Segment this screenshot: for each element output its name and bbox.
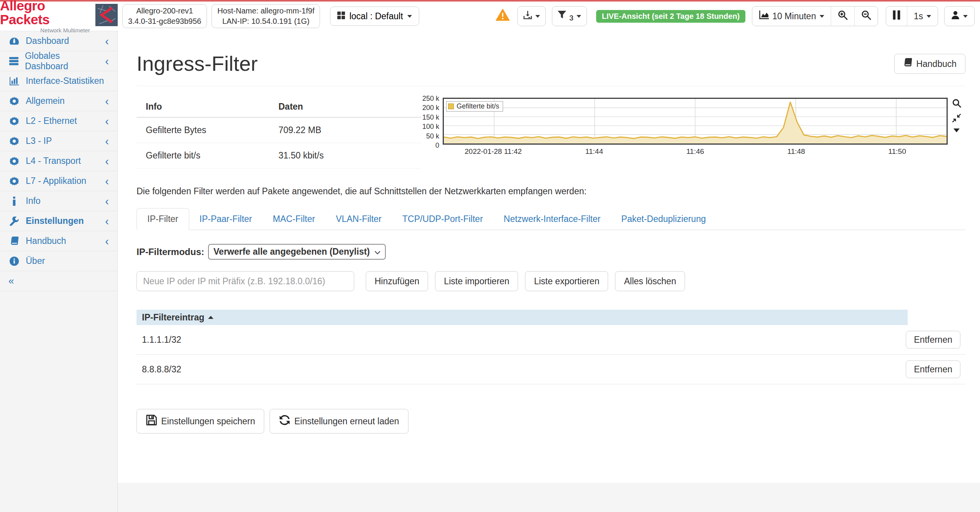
bar-chart-icon bbox=[8, 77, 20, 85]
interval-dropdown[interactable]: 1s bbox=[907, 7, 938, 26]
sidebar-item-interface-statistiken[interactable]: Interface-Statistiken bbox=[0, 71, 117, 91]
time-range-dropdown[interactable]: 10 Minuten bbox=[752, 7, 831, 26]
chevron-down-icon bbox=[535, 15, 540, 18]
user-menu-button[interactable] bbox=[945, 7, 974, 26]
grid-icon bbox=[337, 11, 345, 22]
sidebar-item-label: Handbuch bbox=[26, 236, 66, 246]
chevron-left-icon: ‹ bbox=[105, 217, 109, 225]
import-list-button[interactable]: Liste importieren bbox=[435, 271, 518, 291]
page-title: Ingress-Filter bbox=[137, 52, 258, 75]
ip-filter-table-header[interactable]: IP-Filtereintrag bbox=[137, 310, 908, 325]
x-tick-label: 2022-01-28 11:42 bbox=[465, 147, 522, 156]
x-tick-label: 11:50 bbox=[888, 147, 906, 156]
save-settings-button[interactable]: Einstellungen speichern bbox=[137, 409, 264, 434]
tab-ip-filter[interactable]: IP-Filter bbox=[137, 208, 189, 230]
delete-all-button[interactable]: Alles löschen bbox=[615, 271, 685, 291]
add-button[interactable]: Hinzufügen bbox=[366, 271, 428, 291]
sidebar-item-l2-ethernet[interactable]: L2 - Ethernet ‹ bbox=[0, 111, 117, 131]
gear-icon bbox=[8, 97, 20, 106]
traffic-chart-svg bbox=[444, 99, 947, 143]
funnel-icon bbox=[558, 11, 566, 22]
chevron-left-icon: ‹ bbox=[105, 157, 109, 165]
filter-tabs: IP-Filter IP-Paar-Filter MAC-Filter VLAN… bbox=[137, 208, 965, 230]
chevron-down-icon bbox=[375, 247, 380, 257]
pause-button[interactable] bbox=[886, 7, 907, 26]
chevron-left-icon: ‹ bbox=[105, 117, 109, 125]
chevron-down-icon bbox=[407, 15, 412, 18]
pause-icon bbox=[893, 10, 900, 22]
sidebar-item-dashboard[interactable]: Dashboard ‹ bbox=[0, 31, 117, 51]
chart-compress-button[interactable] bbox=[952, 114, 961, 122]
export-list-button[interactable]: Liste exportieren bbox=[525, 271, 608, 291]
filter-mode-row: IP-Filtermodus: Verwerfe alle angegebene… bbox=[137, 244, 965, 260]
tab-paket-deduplizierung[interactable]: Paket-Deduplizierung bbox=[611, 208, 716, 230]
filter-mode-select[interactable]: Verwerfe alle angegebenen (Denylist) bbox=[208, 244, 385, 260]
chevron-down-icon bbox=[577, 15, 581, 18]
chevron-left-icon: ‹ bbox=[105, 237, 109, 245]
time-range-group: 10 Minuten bbox=[752, 6, 878, 26]
tab-vlan-filter[interactable]: VLAN-Filter bbox=[325, 208, 392, 230]
new-ip-input[interactable] bbox=[137, 271, 354, 291]
brand-subtitle: Network Multimeter bbox=[0, 27, 90, 33]
reload-settings-button[interactable]: Einstellungen erneut laden bbox=[270, 409, 408, 434]
chevron-left-icon: ‹ bbox=[105, 97, 109, 105]
zoom-in-button[interactable] bbox=[831, 7, 854, 26]
handbuch-button[interactable]: Handbuch bbox=[894, 54, 965, 74]
brand-title: Allegro Packets bbox=[0, 0, 90, 27]
remove-button[interactable]: Entfernen bbox=[906, 360, 960, 378]
lan-ip: LAN-IP: 10.54.0.191 (1G) bbox=[217, 16, 314, 27]
sidebar-item-allgemein[interactable]: Allgemein ‹ bbox=[0, 91, 117, 111]
table-row: Gefilterte Bytes 709.22 MB bbox=[137, 117, 421, 143]
info-table: Info Daten Gefilterte Bytes 709.22 MB Ge… bbox=[137, 97, 421, 168]
sidebar-item-label: L2 - Ethernet bbox=[26, 116, 77, 126]
user-group bbox=[944, 6, 975, 26]
gear-icon bbox=[8, 157, 20, 166]
sidebar-item-l7-applikation[interactable]: L7 - Applikation ‹ bbox=[0, 171, 117, 191]
download-dropdown-button[interactable] bbox=[517, 6, 546, 26]
host-name: Host-Name: allegro-mm-1f9f bbox=[217, 6, 314, 16]
y-tick-label: 50 k bbox=[426, 132, 439, 140]
time-range-label: 10 Minuten bbox=[772, 11, 816, 22]
column-header-label: IP-Filtereintrag bbox=[142, 312, 204, 323]
sidebar-item-ueber[interactable]: Über bbox=[0, 251, 117, 271]
warning-icon[interactable] bbox=[496, 9, 510, 23]
brand-logo: Allegro Packets Network Multimeter bbox=[0, 0, 118, 33]
info-table-header-info: Info bbox=[137, 97, 269, 117]
sidebar-item-l4-transport[interactable]: L4 - Transport ‹ bbox=[0, 151, 117, 171]
tab-netzwerk-interface-filter[interactable]: Netzwerk-Interface-Filter bbox=[493, 208, 611, 230]
y-tick-label: 200 k bbox=[422, 104, 439, 112]
sidebar: Dashboard ‹ Globales Dashboard ‹ Interfa… bbox=[0, 31, 118, 512]
chart-plot-area[interactable]: Gefilterte bit/s bbox=[443, 98, 948, 145]
sidebar-item-einstellungen[interactable]: Einstellungen ‹ bbox=[0, 211, 117, 231]
chart-search-button[interactable] bbox=[952, 98, 961, 108]
chart-collapse-caret-button[interactable] bbox=[953, 128, 960, 132]
sidebar-item-handbuch[interactable]: Handbuch ‹ bbox=[0, 231, 117, 251]
tab-mac-filter[interactable]: MAC-Filter bbox=[262, 208, 325, 230]
tab-ip-paar-filter[interactable]: IP-Paar-Filter bbox=[189, 208, 263, 230]
sidebar-collapse-button[interactable]: « bbox=[0, 271, 117, 291]
tab-tcp-udp-port-filter[interactable]: TCP/UDP-Port-Filter bbox=[392, 208, 493, 230]
info-value: 709.22 MB bbox=[269, 117, 421, 143]
y-tick-label: 0 bbox=[435, 142, 439, 149]
legend-label: Gefilterte bit/s bbox=[457, 102, 499, 110]
sidebar-item-info[interactable]: Info ‹ bbox=[0, 191, 117, 211]
refresh-group: 1s bbox=[886, 6, 938, 26]
page-description: Die folgenden Filter werden auf Pakete a… bbox=[137, 186, 965, 197]
sidebar-item-globales-dashboard[interactable]: Globales Dashboard ‹ bbox=[0, 51, 117, 71]
server-icon bbox=[8, 57, 19, 65]
table-row: Gefilterte bit/s 31.50 kbit/s bbox=[137, 143, 421, 168]
info-icon bbox=[8, 197, 20, 206]
info-chart-row: Info Daten Gefilterte Bytes 709.22 MB Ge… bbox=[137, 97, 965, 168]
filter-dropdown-button[interactable]: 3 bbox=[552, 6, 587, 26]
remove-button[interactable]: Entfernen bbox=[906, 331, 960, 349]
scope-dropdown[interactable]: local : Default bbox=[330, 7, 419, 26]
chevron-down-icon bbox=[963, 15, 968, 18]
zoom-in-icon bbox=[838, 10, 848, 22]
refresh-icon bbox=[279, 414, 290, 428]
interval-label: 1s bbox=[914, 11, 923, 22]
ip-filter-table: IP-Filtereintrag 1.1.1.1/32 Entfernen 8.… bbox=[137, 310, 965, 384]
title-row: Ingress-Filter Handbuch bbox=[137, 52, 965, 75]
zoom-out-button[interactable] bbox=[854, 7, 878, 26]
sidebar-item-l3-ip[interactable]: L3 - IP ‹ bbox=[0, 131, 117, 151]
info-label: Gefilterte bit/s bbox=[137, 143, 269, 168]
